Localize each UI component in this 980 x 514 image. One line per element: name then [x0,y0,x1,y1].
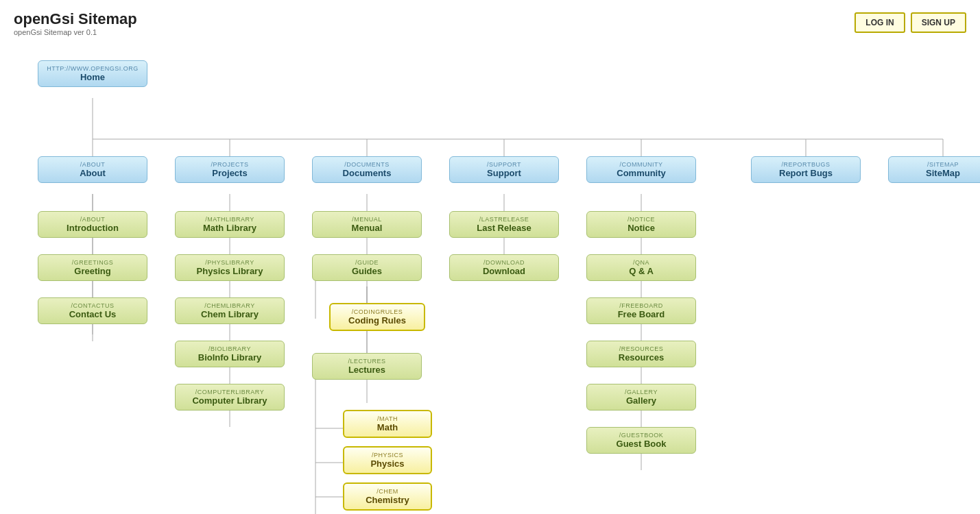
login-button[interactable]: LOG IN [854,12,905,33]
chemlibrary-path: /CHEMLIBRARY [181,302,278,309]
download-label: Download [455,266,553,276]
guide-path: /GUIDE [318,259,416,266]
guestbook-path: /GUESTBOOK [593,432,690,439]
page-header: openGsi Sitemap openGsi Sitemap ver 0.1 … [0,0,980,40]
notice-path: /NOTICE [593,216,690,223]
gallery-label: Gallery [593,395,690,406]
home-path: HTTP://WWW.OPENGSI.ORG [44,65,141,72]
physlibrary-node[interactable]: /PHYSLIBRARY Physics Library [175,254,285,281]
mathlibrary-path: /MATHLIBRARY [181,216,278,223]
freeboard-path: /FREEBOARD [593,302,690,309]
biolibrary-label: BioInfo Library [181,352,278,363]
notice-label: Notice [593,223,690,233]
sitemap-path: /SITEMAP [894,161,980,168]
top-buttons: LOG IN SIGN UP [854,12,966,33]
contactus-path: /CONTACTUS [44,302,141,309]
reportbugs-path: /REPORTBUGS [757,161,854,168]
qna-node[interactable]: /QNA Q & A [586,254,696,281]
support-label: Support [455,168,553,178]
gallery-path: /GALLERY [593,389,690,395]
math-label: Math [350,422,425,432]
freeboard-label: Free Board [593,309,690,319]
community-node[interactable]: /COMMUNITY Community [586,156,696,183]
codingrules-path: /CODINGRULES [336,308,418,315]
physlibrary-label: Physics Library [181,266,278,276]
chemlibrary-label: Chem Library [181,309,278,319]
reportbugs-label: Report Bugs [757,168,854,178]
lectures-node[interactable]: /LECTURES Lectures [312,353,422,380]
mathlibrary-node[interactable]: /MATHLIBRARY Math Library [175,211,285,238]
menual-path: /MENUAL [318,216,416,223]
documents-label: Documents [318,168,416,178]
mathlibrary-label: Math Library [181,223,278,233]
projects-path: /PROJECTS [181,161,278,168]
projects-node[interactable]: /PROJECTS Projects [175,156,285,183]
freeboard-node[interactable]: /FREEBOARD Free Board [586,297,696,324]
greeting-label: Greeting [44,266,141,276]
lastrelease-label: Last Release [455,223,553,233]
computerlibrary-node[interactable]: /COMPUTERLIBRARY Computer Library [175,384,285,411]
contactus-label: Contact Us [44,309,141,319]
greeting-path: /GREETINGS [44,259,141,266]
chem-label: Chemistry [350,495,425,505]
notice-node[interactable]: /NOTICE Notice [586,211,696,238]
chem-node[interactable]: /CHEM Chemistry [343,482,432,511]
signup-button[interactable]: SIGN UP [911,12,966,33]
introduction-path: /ABOUT [44,216,141,223]
sitemap-label: SiteMap [894,168,980,178]
guide-label: Guides [318,266,416,276]
menual-label: Menual [318,223,416,233]
introduction-label: Introduction [44,223,141,233]
physlibrary-path: /PHYSLIBRARY [181,259,278,266]
documents-node[interactable]: /DOCUMENTS Documents [312,156,422,183]
projects-label: Projects [181,168,278,178]
menual-node[interactable]: /MENUAL Menual [312,211,422,238]
math-path: /MATH [350,415,425,422]
community-label: Community [593,168,690,178]
codingrules-node[interactable]: /CODINGRULES Coding Rules [329,303,425,331]
computerlibrary-label: Computer Library [181,395,278,406]
about-label: About [44,168,141,178]
introduction-node[interactable]: /ABOUT Introduction [38,211,147,238]
page-subtitle: openGsi Sitemap ver 0.1 [14,28,966,36]
sitemap: HTTP://WWW.OPENGSI.ORG Home /ABOUT About… [0,40,980,514]
contactus-node[interactable]: /CONTACTUS Contact Us [38,297,147,324]
home-node[interactable]: HTTP://WWW.OPENGSI.ORG Home [38,60,147,87]
gallery-node[interactable]: /GALLERY Gallery [586,384,696,411]
sitemap-node[interactable]: /SITEMAP SiteMap [888,156,980,183]
guestbook-label: Guest Book [593,439,690,449]
physics-path: /PHYSICS [350,452,425,458]
lectures-label: Lectures [318,365,416,375]
chem-path: /CHEM [350,488,425,495]
documents-path: /DOCUMENTS [318,161,416,168]
codingrules-label: Coding Rules [336,315,418,326]
biolibrary-path: /BIOLIBRARY [181,345,278,352]
qna-path: /QNA [593,259,690,266]
physics-label: Physics [350,458,425,469]
download-path: /DOWNLOAD [455,259,553,266]
guide-node[interactable]: /GUIDE Guides [312,254,422,281]
support-node[interactable]: /SUPPORT Support [449,156,559,183]
computerlibrary-path: /COMPUTERLIBRARY [181,389,278,395]
support-path: /SUPPORT [455,161,553,168]
community-path: /COMMUNITY [593,161,690,168]
biolibrary-node[interactable]: /BIOLIBRARY BioInfo Library [175,341,285,367]
greeting-node[interactable]: /GREETINGS Greeting [38,254,147,281]
sitemap-container: HTTP://WWW.OPENGSI.ORG Home /ABOUT About… [14,47,966,514]
about-path: /ABOUT [44,161,141,168]
lastrelease-path: /LASTRELEASE [455,216,553,223]
physics-node[interactable]: /PHYSICS Physics [343,446,432,474]
lastrelease-node[interactable]: /LASTRELEASE Last Release [449,211,559,238]
qna-label: Q & A [593,266,690,276]
about-node[interactable]: /ABOUT About [38,156,147,183]
resources-path: /RESOURCES [593,345,690,352]
reportbugs-node[interactable]: /REPORTBUGS Report Bugs [751,156,861,183]
page-title: openGsi Sitemap [14,10,966,28]
guestbook-node[interactable]: /GUESTBOOK Guest Book [586,427,696,454]
resources-label: Resources [593,352,690,363]
chemlibrary-node[interactable]: /CHEMLIBRARY Chem Library [175,297,285,324]
math-node[interactable]: /MATH Math [343,410,432,438]
resources-node[interactable]: /RESOURCES Resources [586,341,696,367]
download-node[interactable]: /DOWNLOAD Download [449,254,559,281]
home-label: Home [44,72,141,82]
